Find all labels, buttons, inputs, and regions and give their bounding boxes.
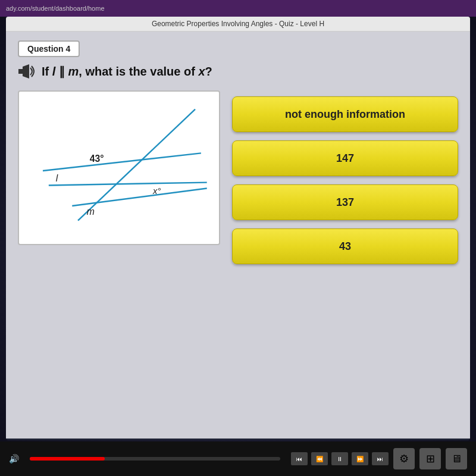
pause-button[interactable]: ⏸ [331, 452, 348, 465]
svg-marker-1 [23, 64, 29, 79]
skip-back-button[interactable]: ⏮ [291, 452, 308, 465]
question-text: If l ∥ m, what is the value of x? [42, 64, 212, 79]
url-display: ady.com/student/dashboard/home [6, 5, 105, 12]
taskbar: 🔊 ⏮ ⏪ ⏸ ⏩ ⏭ ⚙ ⊞ 🖥 [0, 441, 476, 476]
media-controls: ⏮ ⏪ ⏸ ⏩ ⏭ [291, 452, 389, 465]
grid-icon[interactable]: ⊞ [419, 448, 441, 469]
speaker-icon[interactable] [18, 64, 36, 79]
taskbar-speaker-icon: 🔊 [9, 454, 19, 464]
quiz-title: Geometric Properties Involving Angles - … [6, 17, 470, 32]
answer-not-enough[interactable]: not enough information [232, 96, 458, 132]
geometry-diagram: 43° l x° m [19, 92, 219, 244]
svg-rect-0 [18, 69, 23, 74]
svg-line-2 [43, 153, 201, 171]
answer-147[interactable]: 147 [232, 140, 458, 176]
svg-line-3 [72, 188, 206, 206]
quiz-body: Question 4 If l ∥ m, what is the value o… [6, 32, 470, 439]
svg-text:x°: x° [152, 186, 161, 196]
svg-text:m: m [87, 206, 95, 217]
svg-text:l: l [56, 173, 58, 183]
svg-text:43°: 43° [90, 154, 104, 164]
skip-forward-button[interactable]: ⏭ [372, 452, 389, 465]
progress-fill [30, 457, 105, 461]
answer-43[interactable]: 43 [232, 228, 458, 264]
answer-137[interactable]: 137 [232, 184, 458, 220]
question-row: If l ∥ m, what is the value of x? [18, 64, 458, 79]
settings-icon[interactable]: ⚙ [393, 448, 415, 469]
answers-column: not enough information 147 137 43 [232, 90, 458, 264]
browser-bar: ady.com/student/dashboard/home [0, 0, 476, 17]
question-badge: Question 4 [18, 40, 80, 57]
diagram-box: 43° l x° m [18, 90, 220, 245]
progress-bar[interactable] [30, 457, 280, 461]
fast-forward-button[interactable]: ⏩ [352, 452, 368, 465]
svg-line-5 [49, 183, 207, 186]
quiz-main: 43° l x° m not enough information 147 13… [18, 90, 458, 264]
rewind-button[interactable]: ⏪ [311, 452, 328, 465]
monitor-icon[interactable]: 🖥 [446, 448, 467, 469]
quiz-container: Geometric Properties Involving Angles - … [6, 17, 470, 440]
